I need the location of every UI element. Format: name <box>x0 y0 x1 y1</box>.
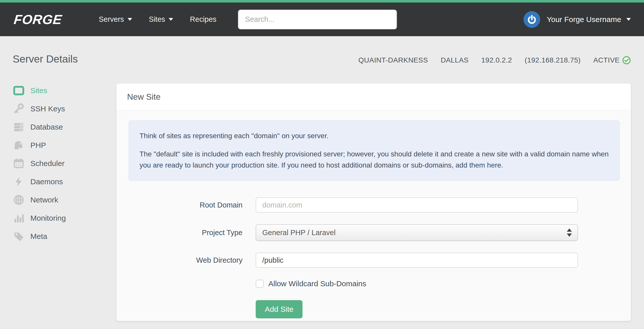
tag-icon <box>13 230 25 242</box>
browser-window-icon <box>13 85 25 97</box>
card-body: Think of sites as representing each "dom… <box>116 110 631 318</box>
new-site-form: Root Domain Project Type General PHP / L… <box>129 197 620 318</box>
sidebar-item-label: Network <box>30 196 58 204</box>
select-stepper-icon <box>567 229 572 237</box>
search-input[interactable] <box>238 10 397 29</box>
lightning-icon <box>13 176 25 188</box>
nav-item-label: Recipes <box>190 15 216 24</box>
accent-strip <box>0 0 644 3</box>
server-private-ip: (192.168.218.75) <box>525 56 581 64</box>
sidebar-item-label: Database <box>30 123 63 131</box>
sidebar-item-label: SSH Keys <box>30 105 65 113</box>
sidebar-item-label: Daemons <box>30 177 63 186</box>
chevron-down-icon <box>626 18 631 21</box>
sidebar-item-monitoring[interactable]: Monitoring <box>13 209 109 227</box>
wildcard-checkbox[interactable] <box>256 280 264 288</box>
info-paragraph: The "default" site is included with each… <box>139 149 609 171</box>
project-type-selected-value: General PHP / Laravel <box>262 229 336 237</box>
sidebar-item-network[interactable]: Network <box>13 191 109 209</box>
server-region: DALLAS <box>441 56 469 64</box>
sidebar-item-scheduler[interactable]: Scheduler <box>13 154 109 173</box>
chevron-down-icon <box>169 18 173 21</box>
forge-logo[interactable]: FORGE <box>13 12 63 27</box>
nav-item-sites[interactable]: Sites <box>140 15 182 24</box>
sidebar-item-sites[interactable]: Sites <box>13 81 109 100</box>
key-icon <box>13 103 25 115</box>
nav-item-label: Sites <box>149 15 165 24</box>
nav-item-recipes[interactable]: Recipes <box>182 15 225 24</box>
nav-links: Servers Sites Recipes <box>90 15 225 24</box>
card-title: New Site <box>127 92 160 102</box>
wildcard-label: Allow Wildcard Sub-Domains <box>268 279 366 288</box>
status-badge: ACTIVE <box>593 56 631 65</box>
status-label: ACTIVE <box>593 56 620 64</box>
chevron-down-icon <box>128 18 132 21</box>
server-name: QUAINT-DARKNESS <box>358 56 428 64</box>
sidebar-item-php[interactable]: PHP <box>13 136 109 154</box>
globe-icon <box>13 194 25 206</box>
sidebar-item-database[interactable]: Database <box>13 118 109 136</box>
search-wrap <box>238 10 397 29</box>
check-circle-icon <box>622 56 631 65</box>
server-stack-icon <box>13 121 25 133</box>
user-menu[interactable]: Your Forge Username <box>524 11 631 28</box>
sidebar-item-label: PHP <box>30 141 46 150</box>
wildcard-row: Allow Wildcard Sub-Domains <box>256 279 620 288</box>
server-meta: QUAINT-DARKNESS DALLAS 192.0.2.2 (192.16… <box>358 56 631 65</box>
page-title: Server Details <box>13 53 78 65</box>
form-row-project-type: Project Type General PHP / Laravel <box>129 224 620 241</box>
root-domain-input[interactable] <box>256 197 578 213</box>
nav-item-label: Servers <box>99 15 124 24</box>
info-box: Think of sites as representing each "dom… <box>129 120 620 181</box>
form-row-root-domain: Root Domain <box>129 197 620 213</box>
sidebar-item-label: Sites <box>30 86 47 95</box>
sidebar: Sites SSH Keys Database <box>13 81 109 245</box>
elephant-icon <box>13 139 25 151</box>
power-icon <box>527 14 537 25</box>
form-row-web-directory: Web Directory <box>129 253 620 268</box>
web-directory-input[interactable] <box>256 253 578 268</box>
sidebar-item-meta[interactable]: Meta <box>13 227 109 245</box>
avatar <box>524 11 540 28</box>
info-paragraph: Think of sites as representing each "dom… <box>139 130 609 141</box>
project-type-select[interactable]: General PHP / Laravel <box>256 224 578 241</box>
sidebar-item-label: Meta <box>30 232 47 241</box>
bar-chart-icon <box>13 212 25 224</box>
server-ip: 192.0.2.2 <box>481 56 512 64</box>
add-site-button[interactable]: Add Site <box>256 300 303 318</box>
root-domain-label: Root Domain <box>129 201 243 209</box>
nav-item-servers[interactable]: Servers <box>90 15 140 24</box>
project-type-label: Project Type <box>129 229 243 237</box>
sidebar-item-ssh-keys[interactable]: SSH Keys <box>13 100 109 118</box>
new-site-card: New Site Think of sites as representing … <box>116 84 631 321</box>
calendar-icon <box>13 157 25 170</box>
card-header: New Site <box>116 84 631 110</box>
sidebar-item-label: Scheduler <box>30 159 65 168</box>
sidebar-item-label: Monitoring <box>30 214 66 222</box>
sidebar-item-daemons[interactable]: Daemons <box>13 173 109 191</box>
username-label: Your Forge Username <box>547 15 621 24</box>
navbar: FORGE Servers Sites Recipes Your Forge U… <box>0 3 644 36</box>
web-directory-label: Web Directory <box>129 256 243 264</box>
